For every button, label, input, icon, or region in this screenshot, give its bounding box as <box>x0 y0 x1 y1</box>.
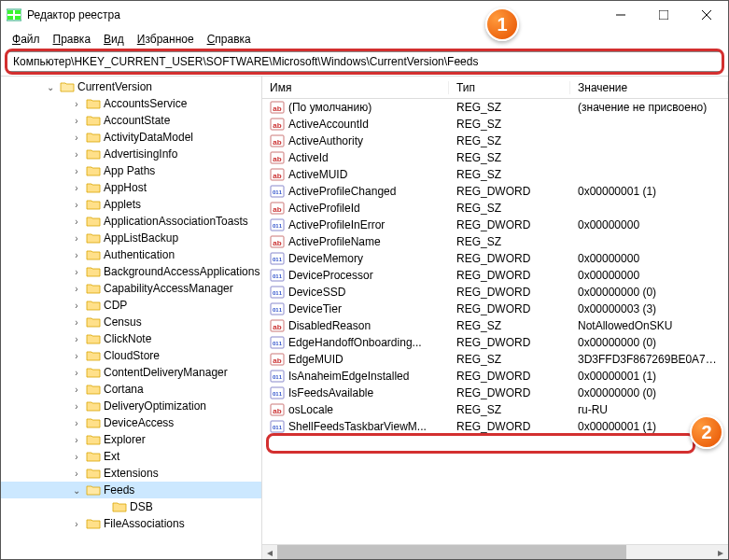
tree-item[interactable]: ›ContentDeliveryManager <box>1 364 261 381</box>
tree-item-label: Explorer <box>104 433 146 446</box>
value-name: IsAnaheimEdgeInstalled <box>288 370 409 383</box>
scroll-left-arrow[interactable]: ◂ <box>262 545 277 559</box>
tree-item-label: AppHost <box>104 181 147 194</box>
list-row[interactable]: abEdgeMUIDREG_SZ3D3FFD3F867269BE0A7AE917… <box>262 351 728 368</box>
value-type: REG_SZ <box>449 168 570 181</box>
tree-item[interactable]: ›ActivityDataModel <box>1 129 261 146</box>
tree-item[interactable]: ›DeliveryOptimization <box>1 398 261 414</box>
tree-item[interactable]: ›Applets <box>1 196 261 213</box>
value-data: NotAllowedOnSKU <box>570 319 728 332</box>
list-row[interactable]: 011ActiveProfileInErrorREG_DWORD0x000000… <box>262 217 728 233</box>
list-row[interactable]: 011EdgeHandoffOnboarding...REG_DWORD0x00… <box>262 334 728 351</box>
registry-editor-window: Редактор реестра Файл Правка Вид Избранн… <box>0 0 729 560</box>
list-row[interactable]: abActiveMUIDREG_SZ <box>262 166 728 183</box>
list-row[interactable]: 011IsFeedsAvailableREG_DWORD0x00000000 (… <box>262 385 728 401</box>
list-row[interactable]: abActiveProfileIdREG_SZ <box>262 200 728 217</box>
value-type: REG_SZ <box>449 353 570 366</box>
list-row[interactable]: 011DeviceMemoryREG_DWORD0x00000000 <box>262 250 728 267</box>
maximize-button[interactable] <box>642 1 685 29</box>
list-row[interactable]: abDisabledReasonREG_SZNotAllowedOnSKU <box>262 317 728 334</box>
menu-bar: Файл Правка Вид Избранное Справка <box>1 29 728 49</box>
list-row[interactable]: 011DeviceProcessorREG_DWORD0x00000000 <box>262 267 728 284</box>
list-row[interactable]: abActiveAuthorityREG_SZ <box>262 133 728 149</box>
tree-item-label: Applets <box>104 198 141 211</box>
list-row[interactable]: abosLocaleREG_SZru-RU <box>262 401 728 418</box>
tree-item[interactable]: ›ClickNote <box>1 330 261 347</box>
menu-file[interactable]: Файл <box>7 31 46 48</box>
tree-item[interactable]: DSB <box>1 498 261 515</box>
list-row[interactable]: abActiveIdREG_SZ <box>262 149 728 166</box>
value-data: 0x00000003 (3) <box>570 302 728 315</box>
value-name: IsFeedsAvailable <box>288 386 373 399</box>
tree-item[interactable]: ›Census <box>1 314 261 330</box>
address-bar[interactable] <box>7 51 722 72</box>
minimize-button[interactable] <box>599 1 642 29</box>
list-row[interactable]: abActiveProfileNameREG_SZ <box>262 233 728 250</box>
tree-item[interactable]: ›FileAssociations <box>1 515 261 532</box>
tree-item-label: DeviceAccess <box>104 416 174 429</box>
tree-item[interactable]: ›AdvertisingInfo <box>1 146 261 162</box>
registry-tree[interactable]: ⌄CurrentVersion›AccountsService›AccountS… <box>1 77 262 559</box>
tree-item[interactable]: ›CDP <box>1 297 261 314</box>
scroll-thumb[interactable] <box>277 545 626 559</box>
address-bar-container <box>7 51 722 72</box>
value-data: 0x00000000 <box>570 269 728 282</box>
close-button[interactable] <box>685 1 728 29</box>
value-data: 0x00000000 (0) <box>570 386 728 399</box>
tree-item[interactable]: ›AppHost <box>1 179 261 196</box>
tree-item[interactable]: ›ApplicationAssociationToasts <box>1 213 261 230</box>
tree-item[interactable]: ›CapabilityAccessManager <box>1 280 261 297</box>
menu-favorites[interactable]: Избранное <box>132 31 200 48</box>
value-data: 0x00000000 (0) <box>570 286 728 299</box>
tree-item[interactable]: ›Explorer <box>1 431 261 448</box>
tree-item[interactable]: ›Authentication <box>1 246 261 263</box>
tree-item-label: ActivityDataModel <box>104 131 193 144</box>
svg-text:ab: ab <box>273 172 281 180</box>
svg-rect-3 <box>15 16 21 20</box>
tree-item-label: CapabilityAccessManager <box>104 282 233 295</box>
svg-text:011: 011 <box>273 374 283 380</box>
column-header-value[interactable]: Значение <box>570 81 728 94</box>
menu-help[interactable]: Справка <box>202 31 257 48</box>
value-name: DisabledReason <box>288 319 371 332</box>
tree-item[interactable]: ›AppListBackup <box>1 230 261 246</box>
list-row[interactable]: abActiveAccountIdREG_SZ <box>262 116 728 133</box>
tree-item[interactable]: ›AccountsService <box>1 95 261 112</box>
tree-item[interactable]: ›Extensions <box>1 465 261 482</box>
svg-text:ab: ab <box>273 105 281 113</box>
list-row[interactable]: ab(По умолчанию)REG_SZ(значение не присв… <box>262 99 728 116</box>
tree-item[interactable]: ›App Paths <box>1 162 261 179</box>
value-name: ActiveProfileChanged <box>288 185 396 198</box>
list-row[interactable]: 011ShellFeedsTaskbarViewM...REG_DWORD0x0… <box>262 418 728 435</box>
list-row[interactable]: 011IsAnaheimEdgeInstalledREG_DWORD0x0000… <box>262 368 728 385</box>
tree-item[interactable]: ⌄CurrentVersion <box>1 78 261 95</box>
value-data: 3D3FFD3F867269BE0A7AE9178 <box>570 353 728 366</box>
value-data: 0x00000000 <box>570 252 728 265</box>
tree-item[interactable]: ›BackgroundAccessApplications <box>1 263 261 280</box>
column-header-type[interactable]: Тип <box>449 81 570 94</box>
value-type: REG_DWORD <box>449 252 570 265</box>
horizontal-scrollbar[interactable]: ◂ ▸ <box>262 544 728 559</box>
list-row[interactable]: 011DeviceSSDREG_DWORD0x00000000 (0) <box>262 284 728 301</box>
value-type: REG_DWORD <box>449 185 570 198</box>
tree-item-label: DeliveryOptimization <box>104 399 206 413</box>
tree-item[interactable]: ›DeviceAccess <box>1 414 261 431</box>
svg-text:ab: ab <box>273 357 281 365</box>
callout-highlight-2 <box>266 433 695 454</box>
tree-item[interactable]: ›CloudStore <box>1 347 261 364</box>
tree-item-label: CloudStore <box>104 349 160 362</box>
tree-item[interactable]: ›Ext <box>1 448 261 465</box>
tree-item[interactable]: ⌄Feeds <box>1 482 261 498</box>
tree-item-label: Ext <box>104 450 119 463</box>
scroll-right-arrow[interactable]: ▸ <box>713 545 728 559</box>
list-row[interactable]: 011ActiveProfileChangedREG_DWORD0x000000… <box>262 183 728 200</box>
column-header-name[interactable]: Имя <box>262 81 449 94</box>
menu-view[interactable]: Вид <box>98 31 130 48</box>
menu-edit[interactable]: Правка <box>48 31 97 48</box>
list-body[interactable]: ab(По умолчанию)REG_SZ(значение не присв… <box>262 99 728 544</box>
tree-item[interactable]: ›AccountState <box>1 112 261 129</box>
svg-text:011: 011 <box>273 290 283 296</box>
scroll-track[interactable] <box>277 545 713 559</box>
tree-item[interactable]: ›Cortana <box>1 381 261 398</box>
list-row[interactable]: 011DeviceTierREG_DWORD0x00000003 (3) <box>262 301 728 317</box>
